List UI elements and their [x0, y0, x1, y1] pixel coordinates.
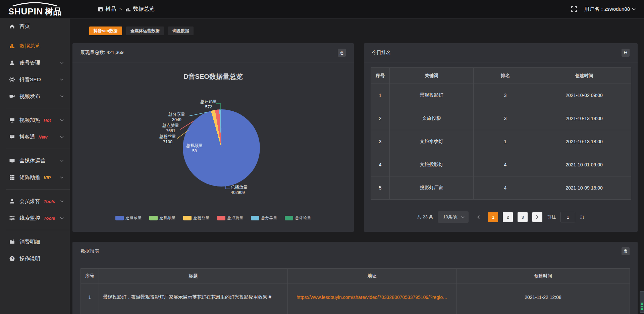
sidebar-item-video-heat[interactable]: 视频加热 Hot: [0, 112, 70, 128]
tab-inquiry-data[interactable]: 询盘数据: [168, 27, 194, 35]
sidebar-item-clue-monitor[interactable]: 线索监控 Tools: [0, 210, 70, 226]
report-panel-title: 数据报表: [72, 242, 638, 261]
sidebar-divider: [6, 108, 70, 108]
sidebar-item-douketong[interactable]: 抖客通 New: [0, 128, 70, 145]
sidebar-item-label: 矩阵助推: [19, 174, 40, 181]
cell-keyword: 投影灯厂家: [390, 176, 474, 200]
cell-keyword: 景观投影灯: [390, 84, 474, 107]
gear-icon: [9, 76, 15, 83]
chevron-down-icon: [60, 176, 64, 179]
chevron-down-icon: [632, 8, 636, 10]
sidebar-item-label: 操作说明: [19, 255, 40, 262]
col-created: 创建时间: [537, 68, 631, 84]
legend-item-fans[interactable]: 总粉丝量: [183, 215, 210, 221]
pie-label-value: 572: [192, 104, 225, 110]
page-button-1[interactable]: 1: [488, 212, 498, 222]
legend-item-videos[interactable]: 总视频量: [149, 215, 176, 221]
logo-text-en: SHUPIN: [8, 7, 43, 16]
pie-label-value: 402909: [231, 190, 268, 195]
legend-swatch: [115, 216, 124, 220]
table-row: 4 文旅投影灯 4 2021-10-01 09:00: [371, 153, 631, 176]
chart-title: D音SEO数据量总览: [72, 72, 354, 81]
sidebar-item-member-burst[interactable]: 会员爆客 Tools: [0, 193, 70, 210]
next-page-button[interactable]: [532, 212, 542, 222]
cell-keyword: 文旅投影灯: [390, 153, 474, 176]
cell-title: [99, 311, 288, 314]
data-report-panel: 数据报表 表 序号 标题 地址 创建时间 1 景观投影灯，夜游景观投影灯厂家展示…: [72, 242, 638, 314]
sidebar-item-video-publish[interactable]: 视频发布: [0, 88, 70, 105]
sidebar-item-home[interactable]: 首页: [0, 19, 70, 34]
chat-bubble-icon: [9, 134, 15, 140]
goto-page-input[interactable]: [560, 212, 575, 222]
sliders-icon: [9, 215, 15, 221]
bar-chart-icon: [125, 7, 131, 12]
sidebar-item-matrix-boost[interactable]: 矩阵助推 VIP: [0, 169, 70, 186]
sidebar-item-media-ops[interactable]: 全媒体运营: [0, 152, 70, 169]
legend-item-comments[interactable]: 总评论量: [285, 215, 311, 221]
day-badge[interactable]: 日: [622, 49, 630, 57]
sidebar-item-label: 消费明细: [19, 239, 40, 246]
cell-rank: 3: [474, 84, 537, 107]
table-row: 5 投影灯厂家 4 2021-10-09 18:00: [371, 176, 631, 200]
legend-swatch: [285, 216, 293, 220]
sidebar-item-label: 抖音SEO: [19, 76, 41, 83]
widget-stripes: [641, 303, 643, 311]
fullscreen-icon[interactable]: [571, 6, 577, 12]
user-menu[interactable]: 用户名：zswodun88: [584, 6, 636, 12]
breadcrumb-label: 树品: [105, 6, 116, 13]
chevron-down-icon: [60, 95, 64, 98]
docked-side-widget[interactable]: [640, 291, 644, 313]
person-icon: [9, 198, 15, 204]
sidebar-item-label: 线索监控: [19, 215, 40, 222]
logo-arc: [10, 2, 60, 6]
data-tabs: 抖音seo数据 全媒体运营数据 询盘数据: [89, 27, 638, 35]
pie-label-plays: 总播放量 402909: [231, 185, 268, 196]
sidebar-item-label: 抖客通: [19, 134, 35, 141]
bar-chart-icon: [9, 43, 15, 49]
pie-label-value: 3049: [160, 117, 194, 122]
total-badge[interactable]: 总: [338, 49, 346, 57]
table-row: [81, 311, 630, 314]
sidebar-item-consume-detail[interactable]: 消费明细: [0, 233, 70, 250]
sidebar-item-data-overview[interactable]: 数据总览: [0, 38, 70, 54]
pie-label-value: 7681: [154, 128, 187, 134]
table-badge[interactable]: 表: [622, 247, 630, 255]
col-title: 标题: [99, 269, 288, 283]
pie-label-videos: 总视频量 58: [178, 143, 211, 154]
breadcrumb: 树品 > 数据总览: [98, 6, 155, 13]
breadcrumb-item-shupin[interactable]: 树品: [98, 6, 116, 13]
svg-text:?: ?: [11, 257, 13, 261]
cell-url: [288, 311, 457, 314]
sidebar-item-label: 账号管理: [19, 59, 40, 66]
cell-title: 景观投影灯，夜游景观投影灯厂家展示展示落花灯在花园里的灯光投影应用效果 #: [99, 283, 288, 311]
sidebar-item-account[interactable]: 账号管理: [0, 54, 70, 71]
legend-item-plays[interactable]: 总播放量: [115, 215, 142, 221]
breadcrumb-item-data-overview[interactable]: 数据总览: [125, 6, 155, 13]
impressions-total-title: 展现量总数: 421,369: [72, 43, 354, 62]
cell-index: 2: [371, 107, 390, 130]
tab-media-ops-data[interactable]: 全媒体运营数据: [126, 27, 164, 35]
pagination: 共 23 条 10条/页 1 2 3 前往 页: [364, 211, 638, 223]
pie-label-name: 总播放量: [231, 185, 268, 190]
chevron-down-icon: [60, 160, 64, 162]
sidebar-nav: 首页 数据总览 账号管理 抖音SEO 视频发布 视频加热 Hot 抖客通 New…: [0, 18, 70, 314]
chart-legend: 总播放量 总视频量 总粉丝量 总点赞量 总分享量 总评论量: [72, 215, 354, 221]
legend-swatch: [217, 216, 225, 220]
table-header-row: 序号 标题 地址 创建时间: [81, 269, 630, 283]
sidebar-item-help[interactable]: ? 操作说明: [0, 250, 70, 267]
prev-page-button[interactable]: [473, 212, 483, 222]
table-row: 1 景观投影灯，夜游景观投影灯厂家展示展示落花灯在花园里的灯光投影应用效果 # …: [81, 283, 630, 311]
cell-index: 4: [371, 153, 390, 176]
cell-index: 1: [81, 283, 99, 311]
legend-item-shares[interactable]: 总分享量: [251, 215, 277, 221]
legend-item-likes[interactable]: 总点赞量: [217, 215, 244, 221]
page-button-2[interactable]: 2: [503, 212, 513, 222]
sidebar-item-douyin-seo[interactable]: 抖音SEO: [0, 71, 70, 88]
page-size-select[interactable]: 10条/页: [438, 211, 469, 223]
tab-douyin-seo-data[interactable]: 抖音seo数据: [89, 27, 122, 35]
sidebar-divider: [6, 230, 70, 230]
page-button-3[interactable]: 3: [518, 212, 528, 222]
col-index: 序号: [81, 269, 99, 283]
chevron-down-icon: [461, 216, 465, 218]
video-link[interactable]: https://www.iesdouyin.com/share/video/70…: [297, 295, 447, 300]
